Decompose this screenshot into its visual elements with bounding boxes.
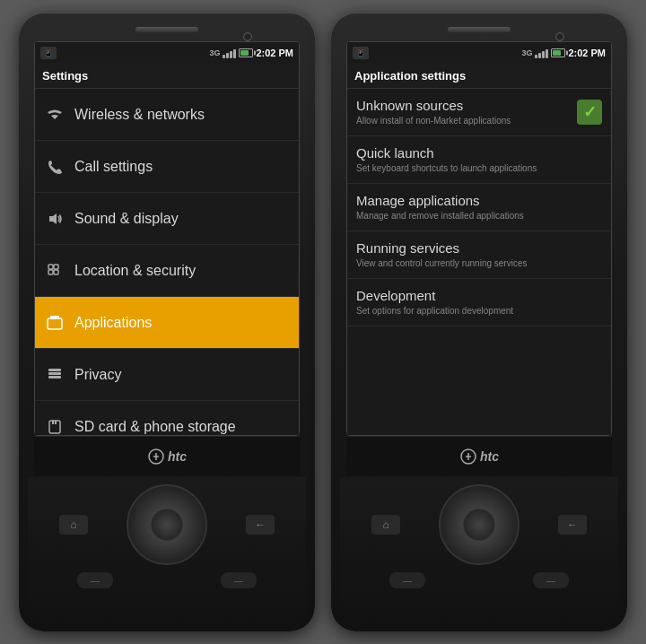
unknown-sources-title: Unknown sources <box>356 98 570 113</box>
htc-logo-area-2: htc <box>346 436 612 475</box>
menu-item-location[interactable]: Location & security <box>35 245 299 297</box>
app-settings-list: Unknown sources Allow install of non-Mar… <box>347 89 611 435</box>
menu-item-call[interactable]: Call settings <box>35 141 299 193</box>
menu-list-1: Wireless & networks Call settings Sound … <box>35 89 299 435</box>
bar2-2 <box>538 53 541 58</box>
status-right-2: 3G 2:02 PM <box>521 48 606 58</box>
checkmark-icon: ✓ <box>583 102 597 122</box>
htc-text-1: htc <box>168 449 187 464</box>
svg-rect-12 <box>55 421 57 424</box>
signal-bars-1 <box>223 48 236 58</box>
phone-2: 📱 3G 2:02 PM Application settings <box>331 13 627 631</box>
location-icon <box>44 260 65 282</box>
unknown-sources-checkbox[interactable]: ✓ <box>577 100 602 125</box>
nav-top-row-1: ⌂ ← <box>59 484 275 565</box>
manage-apps-content: Manage applications Manage and remove in… <box>356 193 602 222</box>
soft-right-2[interactable]: — <box>533 572 569 588</box>
settings-item-running-services[interactable]: Running services View and control curren… <box>347 231 611 279</box>
svg-rect-11 <box>52 421 54 424</box>
soft-right-text-2: — <box>546 576 555 586</box>
app-settings-title: Application settings <box>354 69 466 83</box>
dpad-2[interactable] <box>439 484 519 565</box>
back-icon-1: ← <box>255 518 266 531</box>
privacy-icon <box>44 364 65 386</box>
nav-area-2: ⌂ ← — — <box>340 477 618 625</box>
unknown-sources-subtitle: Allow install of non-Market applications <box>356 115 570 126</box>
call-label: Call settings <box>74 159 153 175</box>
status-bar-1: 📱 3G 2:02 PM <box>35 42 299 64</box>
dpad-1[interactable] <box>127 484 207 565</box>
title-bar-2: Application settings <box>347 64 611 89</box>
screen-1: 📱 3G 2:02 PM Settings <box>34 41 300 436</box>
phone-top-1 <box>19 22 315 41</box>
bar4 <box>233 49 236 58</box>
sdcard-icon <box>44 416 65 436</box>
menu-item-sdcard[interactable]: SD card & phone storage <box>35 401 299 435</box>
battery-icon-1 <box>239 48 253 57</box>
bar3 <box>230 51 232 58</box>
wifi-icon <box>44 104 65 126</box>
dpad-center-1[interactable] <box>151 509 183 541</box>
settings-item-quick-launch[interactable]: Quick launch Set keyboard shortcuts to l… <box>347 136 611 184</box>
wireless-label: Wireless & networks <box>74 107 205 123</box>
manage-apps-subtitle: Manage and remove installed applications <box>356 210 602 222</box>
svg-rect-2 <box>54 265 58 269</box>
location-label: Location & security <box>74 263 196 279</box>
htc-logo-1: htc <box>147 448 187 466</box>
sound-label: Sound & display <box>74 211 179 227</box>
bar2 <box>226 53 229 58</box>
svg-rect-9 <box>48 376 61 379</box>
3g-icon-1: 3G <box>209 48 220 57</box>
back-icon-2: ← <box>567 518 578 531</box>
svg-rect-7 <box>48 369 61 371</box>
svg-rect-8 <box>48 372 61 375</box>
front-camera-1 <box>243 32 252 41</box>
dpad-center-2[interactable] <box>463 509 495 541</box>
soft-left-1[interactable]: — <box>77 572 113 588</box>
front-camera-2 <box>555 32 564 41</box>
svg-rect-1 <box>48 265 53 269</box>
home-button-1[interactable]: ⌂ <box>59 515 88 535</box>
menu-item-sound[interactable]: Sound & display <box>35 193 299 245</box>
quick-launch-subtitle: Set keyboard shortcuts to launch applica… <box>356 162 602 174</box>
svg-rect-6 <box>50 316 59 319</box>
bar1 <box>223 55 225 58</box>
unknown-sources-content: Unknown sources Allow install of non-Mar… <box>356 98 570 126</box>
htc-logo-symbol-2 <box>459 448 477 466</box>
home-button-2[interactable]: ⌂ <box>371 515 400 535</box>
battery-fill-1 <box>240 50 248 56</box>
back-button-1[interactable]: ← <box>246 515 275 535</box>
battery-fill-2 <box>553 50 560 56</box>
soft-left-2[interactable]: — <box>389 572 425 588</box>
development-subtitle: Set options for application development <box>356 305 602 317</box>
menu-item-wireless[interactable]: Wireless & networks <box>35 89 299 141</box>
settings-item-unknown-sources[interactable]: Unknown sources Allow install of non-Mar… <box>347 89 611 136</box>
phone-1: 📱 3G 2:02 PM Settings <box>19 13 315 631</box>
status-right-1: 3G 2:02 PM <box>209 48 293 58</box>
apps-icon <box>44 312 65 334</box>
phone-icon <box>44 156 65 178</box>
manage-apps-title: Manage applications <box>356 193 602 208</box>
back-button-2[interactable]: ← <box>558 515 587 535</box>
soft-right-1[interactable]: — <box>221 572 257 588</box>
speaker-icon <box>44 208 65 230</box>
svg-rect-5 <box>48 318 62 329</box>
privacy-label: Privacy <box>74 367 121 383</box>
settings-item-manage-apps[interactable]: Manage applications Manage and remove in… <box>347 184 611 231</box>
phone-top-2 <box>331 22 627 41</box>
status-bar-2: 📱 3G 2:02 PM <box>347 42 611 64</box>
speaker-grille-2 <box>448 27 511 32</box>
applications-label: Applications <box>74 315 152 331</box>
home-icon-2: ⌂ <box>382 518 388 531</box>
menu-item-applications[interactable]: Applications <box>35 297 299 349</box>
development-title: Development <box>356 288 602 303</box>
quick-launch-content: Quick launch Set keyboard shortcuts to l… <box>356 145 602 174</box>
menu-item-privacy[interactable]: Privacy <box>35 349 299 401</box>
nav-bottom-row-1: — — <box>77 572 257 588</box>
signal-bars-2 <box>535 48 548 58</box>
htc-logo-area-1: htc <box>34 436 300 475</box>
bar4-2 <box>546 49 548 58</box>
development-content: Development Set options for application … <box>356 288 602 317</box>
settings-item-development[interactable]: Development Set options for application … <box>347 279 611 326</box>
htc-logo-symbol-1 <box>147 448 165 466</box>
